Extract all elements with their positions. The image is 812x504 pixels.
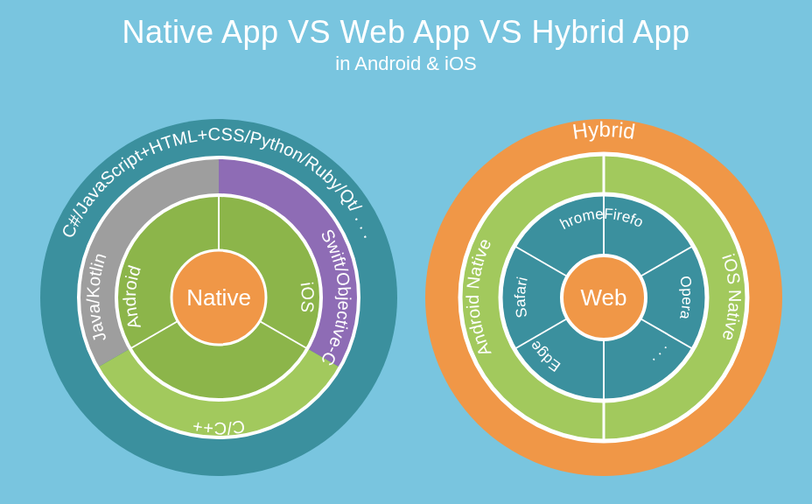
web-sunburst: Web Hybrid Android Native iOS Native Chr…	[411, 96, 796, 499]
page-subtitle: in Android & iOS	[0, 52, 812, 75]
native-center-label: Native	[186, 284, 251, 311]
native-sunburst: Native C#/JavaScript+HTML+CSS/Python/Rub…	[26, 96, 411, 499]
web-center-label: Web	[581, 284, 627, 311]
page-header: Native App VS Web App VS Hybrid App in A…	[0, 0, 812, 75]
web-browser-safari: Safari	[512, 276, 531, 319]
charts-container: Native C#/JavaScript+HTML+CSS/Python/Rub…	[0, 96, 812, 499]
page-title: Native App VS Web App VS Hybrid App	[0, 14, 812, 51]
web-browser-opera: Opera	[676, 275, 696, 321]
web-outer-label: Hybrid	[570, 117, 636, 144]
native-ring2-label-cpp: C/C++	[191, 416, 246, 438]
